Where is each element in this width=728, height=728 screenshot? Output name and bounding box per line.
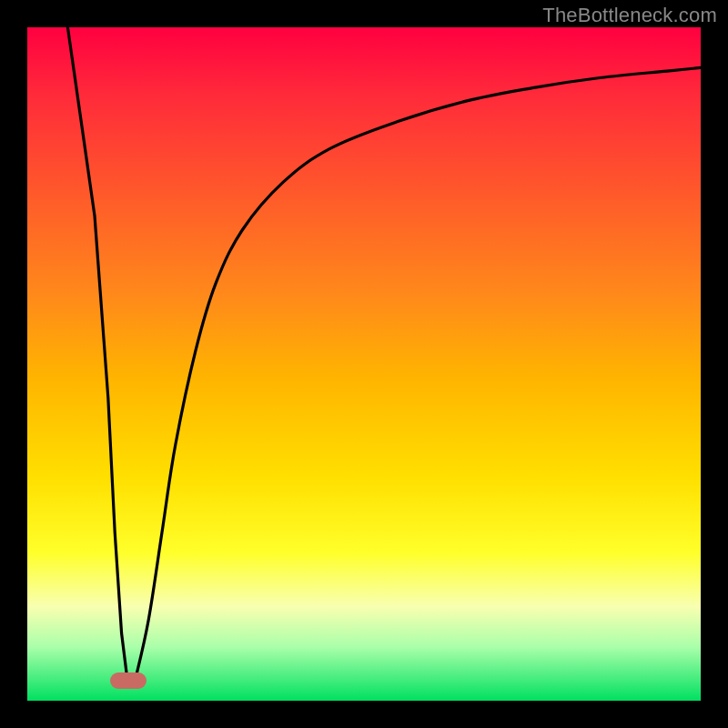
chart-frame: TheBottleneck.com bbox=[0, 0, 728, 728]
right-branch bbox=[135, 67, 701, 680]
left-branch bbox=[67, 27, 128, 687]
curve-layer bbox=[27, 27, 701, 701]
plot-area bbox=[27, 27, 701, 701]
watermark-text: TheBottleneck.com bbox=[542, 4, 717, 27]
minimum-marker bbox=[110, 672, 147, 689]
